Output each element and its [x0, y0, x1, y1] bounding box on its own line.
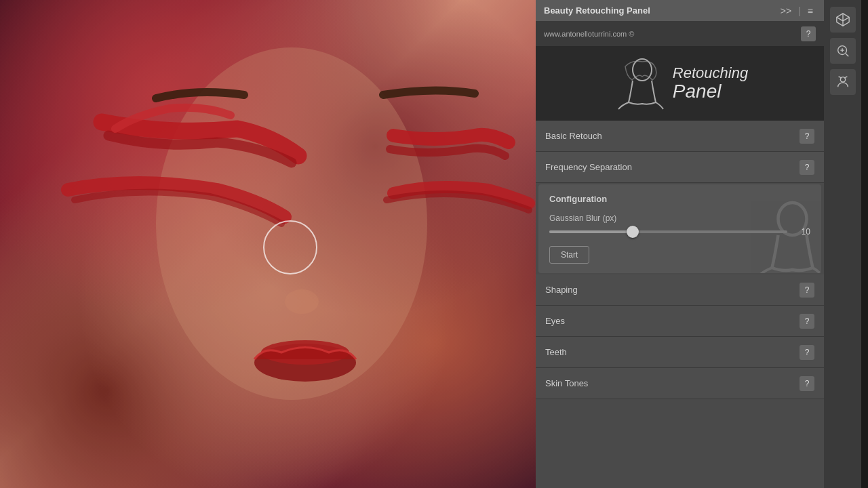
- logo-icon: [612, 56, 666, 110]
- header-actions: >> | ≡: [778, 4, 816, 18]
- frequency-separation-label: Frequency Separation: [545, 162, 632, 172]
- skin-tones-help[interactable]: ?: [800, 376, 814, 391]
- basic-retouch-label: Basic Retouch: [545, 131, 602, 141]
- slider-thumb[interactable]: [627, 226, 639, 238]
- shaping-label: Shaping: [545, 285, 578, 295]
- menu-button[interactable]: ≡: [805, 4, 816, 18]
- right-panel: Beauty Retouching Panel >> | ≡ www.anton…: [536, 0, 868, 488]
- panel-header: Beauty Retouching Panel >> | ≡: [536, 0, 824, 22]
- shaping-help[interactable]: ?: [800, 283, 814, 298]
- logo-content: Retouching Panel: [612, 56, 748, 110]
- search-button[interactable]: [830, 38, 856, 64]
- logo-text: Retouching Panel: [673, 65, 748, 102]
- basic-retouch-section[interactable]: Basic Retouch ?: [536, 121, 824, 152]
- gaussian-blur-slider[interactable]: [549, 230, 787, 233]
- header-divider: |: [798, 5, 801, 16]
- frequency-separation-section[interactable]: Frequency Separation ?: [536, 152, 824, 183]
- svg-point-4: [285, 289, 319, 314]
- photo-canvas[interactable]: [0, 0, 536, 488]
- skin-tones-label: Skin Tones: [545, 378, 588, 388]
- teeth-help[interactable]: ?: [800, 345, 814, 360]
- cube-button[interactable]: [830, 7, 856, 33]
- sidebar-icons: [824, 0, 861, 488]
- basic-retouch-help[interactable]: ?: [800, 129, 814, 144]
- global-help-button[interactable]: ?: [801, 26, 816, 41]
- panel-title: Beauty Retouching Panel: [544, 5, 650, 16]
- panel-sections: Basic Retouch ? Frequency Separation ? C…: [536, 121, 824, 488]
- teeth-label: Teeth: [545, 347, 567, 357]
- website-bar: www.antonelloturrini.com © ?: [536, 22, 824, 46]
- shaping-section[interactable]: Shaping ?: [536, 274, 824, 306]
- start-button[interactable]: Start: [549, 246, 589, 264]
- slider-fill: [549, 230, 633, 233]
- eyes-label: Eyes: [545, 316, 565, 326]
- person-button[interactable]: [830, 69, 856, 95]
- search-zoom-icon: [835, 43, 850, 58]
- frequency-separation-help[interactable]: ?: [800, 160, 814, 175]
- expand-button[interactable]: >>: [778, 4, 794, 18]
- config-watermark: [747, 199, 821, 273]
- logo-panel-text: Panel: [673, 81, 748, 102]
- person-icon: [835, 75, 850, 89]
- cube-icon: [835, 12, 850, 27]
- logo-area: Retouching Panel: [536, 46, 824, 121]
- website-text: www.antonelloturrini.com ©: [544, 30, 634, 38]
- logo-retouching-text: Retouching: [673, 65, 748, 81]
- skin-tones-section[interactable]: Skin Tones ?: [536, 368, 824, 399]
- configuration-panel: Configuration Gaussian Blur (px) 10 Star…: [538, 184, 821, 273]
- beauty-panel: Beauty Retouching Panel >> | ≡ www.anton…: [536, 0, 824, 488]
- eyes-section[interactable]: Eyes ?: [536, 306, 824, 337]
- teeth-section[interactable]: Teeth ?: [536, 337, 824, 368]
- svg-rect-1: [0, 0, 536, 488]
- eyes-help[interactable]: ?: [800, 314, 814, 329]
